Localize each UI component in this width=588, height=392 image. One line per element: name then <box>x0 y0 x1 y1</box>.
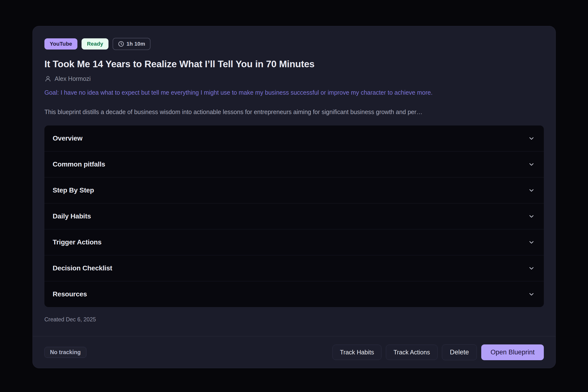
created-date: Created Dec 6, 2025 <box>44 316 544 323</box>
page-title: It Took Me 14 Years to Realize What I’ll… <box>44 59 544 70</box>
author-row: Alex Hormozi <box>44 75 544 82</box>
chevron-down-icon <box>528 213 535 220</box>
section-row-step-by-step[interactable]: Step By Step <box>44 177 544 203</box>
delete-button[interactable]: Delete <box>442 344 477 360</box>
card-content: YouTube Ready 1h 10m It Took Me 14 Years… <box>33 26 556 336</box>
section-row-daily-habits[interactable]: Daily Habits <box>44 203 544 229</box>
section-label: Common pitfalls <box>53 160 105 168</box>
duration-badge: 1h 10m <box>113 38 150 50</box>
section-label: Decision Checklist <box>53 264 112 272</box>
sections-accordion: Overview Common pitfalls Step By Step <box>44 126 544 307</box>
tracking-status-badge: No tracking <box>44 347 86 358</box>
author-name: Alex Hormozi <box>54 75 91 82</box>
footer-buttons: Track Habits Track Actions Delete Open B… <box>332 344 544 360</box>
chevron-down-icon <box>528 264 535 272</box>
chevron-down-icon <box>528 238 535 246</box>
description-text: This blueprint distills a decade of busi… <box>44 108 544 116</box>
status-badge: Ready <box>81 38 108 50</box>
track-actions-button[interactable]: Track Actions <box>386 345 437 360</box>
chevron-down-icon <box>528 135 535 142</box>
section-label: Daily Habits <box>53 212 91 220</box>
clock-icon <box>118 41 124 47</box>
section-row-resources[interactable]: Resources <box>44 281 544 307</box>
open-blueprint-button[interactable]: Open Blueprint <box>481 344 544 360</box>
section-row-common-pitfalls[interactable]: Common pitfalls <box>44 151 544 177</box>
badge-row: YouTube Ready 1h 10m <box>44 38 544 50</box>
track-habits-button[interactable]: Track Habits <box>332 345 382 360</box>
chevron-down-icon <box>528 187 535 194</box>
card-footer: No tracking Track Habits Track Actions D… <box>33 336 556 368</box>
section-label: Step By Step <box>53 186 94 194</box>
duration-label: 1h 10m <box>126 41 145 46</box>
user-icon <box>44 75 51 82</box>
source-badge: YouTube <box>44 38 77 50</box>
section-label: Overview <box>53 134 82 142</box>
section-row-trigger-actions[interactable]: Trigger Actions <box>44 229 544 255</box>
page: YouTube Ready 1h 10m It Took Me 14 Years… <box>0 0 588 392</box>
section-row-decision-checklist[interactable]: Decision Checklist <box>44 255 544 281</box>
goal-text: Goal: I have no idea what to expect but … <box>44 88 544 97</box>
chevron-down-icon <box>528 161 535 168</box>
chevron-down-icon <box>528 290 535 298</box>
section-label: Resources <box>53 290 87 298</box>
section-row-overview[interactable]: Overview <box>44 126 544 151</box>
blueprint-card: YouTube Ready 1h 10m It Took Me 14 Years… <box>32 26 556 368</box>
section-label: Trigger Actions <box>53 238 101 246</box>
